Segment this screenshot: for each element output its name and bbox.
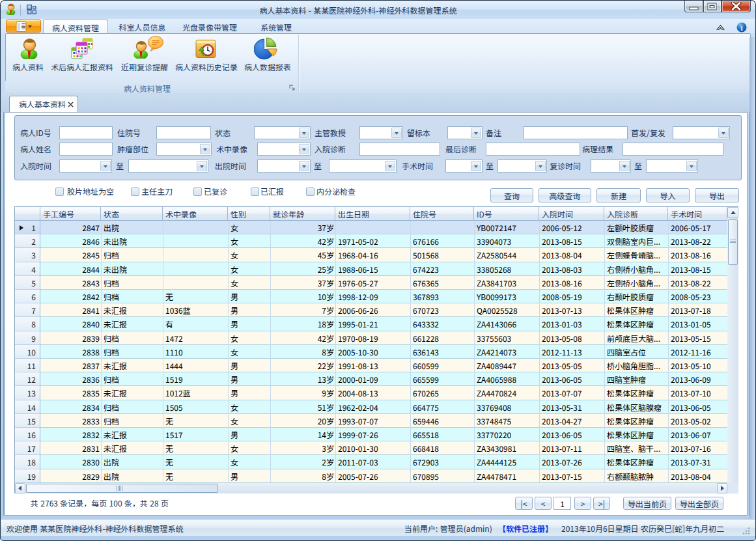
svg-text:i: i — [740, 24, 742, 32]
